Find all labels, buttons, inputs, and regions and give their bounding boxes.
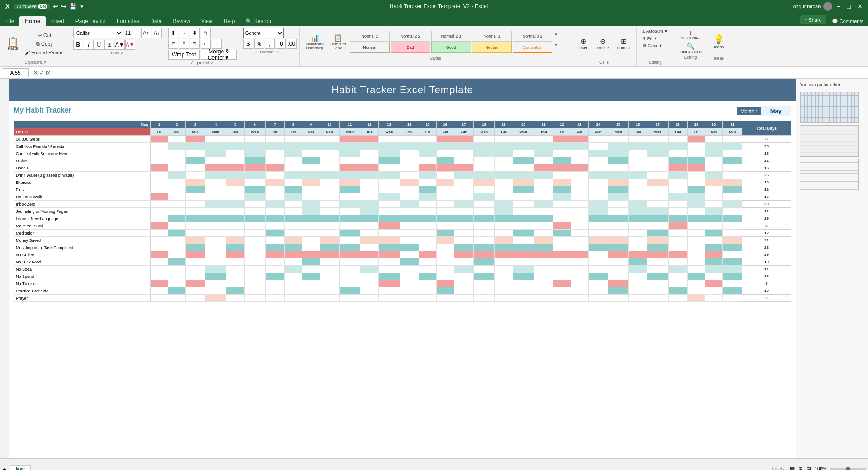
habit-cell[interactable] bbox=[722, 222, 742, 230]
habit-cell[interactable] bbox=[185, 208, 205, 215]
habit-cell[interactable] bbox=[340, 251, 360, 258]
habit-cell[interactable] bbox=[495, 164, 513, 172]
habit-cell[interactable] bbox=[571, 193, 588, 201]
habit-cell[interactable] bbox=[688, 193, 705, 201]
habit-cell[interactable] bbox=[608, 237, 629, 244]
habit-cell[interactable] bbox=[151, 280, 168, 287]
habit-cell[interactable] bbox=[320, 193, 339, 201]
habit-cell[interactable] bbox=[320, 222, 339, 230]
habit-cell[interactable] bbox=[454, 280, 473, 287]
comments-btn[interactable]: 💬 Comments bbox=[827, 17, 868, 26]
habit-cell[interactable] bbox=[454, 266, 473, 273]
view-layout-btn[interactable]: ⊞ bbox=[797, 466, 805, 470]
habit-cell[interactable] bbox=[608, 193, 629, 201]
habit-cell[interactable] bbox=[647, 266, 668, 273]
habit-cell[interactable] bbox=[534, 287, 553, 295]
habit-cell[interactable] bbox=[378, 280, 400, 287]
habit-cell[interactable] bbox=[495, 287, 513, 295]
sheet-tab-may[interactable]: May bbox=[10, 465, 30, 470]
habit-cell[interactable] bbox=[285, 186, 302, 193]
habit-cell[interactable] bbox=[419, 215, 437, 222]
habit-cell[interactable] bbox=[495, 193, 513, 201]
font-increase-btn[interactable]: A↑ bbox=[141, 28, 151, 38]
habit-cell[interactable] bbox=[688, 143, 705, 150]
habit-cell[interactable] bbox=[722, 186, 742, 193]
habit-cell[interactable] bbox=[168, 136, 186, 143]
habit-cell[interactable] bbox=[302, 179, 320, 186]
habit-cell[interactable] bbox=[553, 201, 571, 208]
habit-cell[interactable] bbox=[320, 273, 339, 280]
habit-cell[interactable] bbox=[553, 172, 571, 179]
align-bottom-button[interactable]: ⬇ bbox=[190, 28, 200, 38]
habit-cell[interactable] bbox=[205, 287, 226, 295]
habit-cell[interactable] bbox=[436, 179, 454, 186]
habit-cell[interactable] bbox=[608, 295, 629, 302]
habit-cell[interactable] bbox=[436, 258, 454, 266]
fill-color-button[interactable]: A▼ bbox=[115, 40, 125, 50]
habit-cell[interactable] bbox=[400, 179, 419, 186]
habit-cell[interactable] bbox=[668, 136, 687, 143]
habit-cell[interactable] bbox=[151, 150, 168, 157]
habit-cell[interactable] bbox=[378, 222, 400, 230]
habit-cell[interactable] bbox=[151, 201, 168, 208]
habit-cell[interactable] bbox=[151, 136, 168, 143]
habit-cell[interactable] bbox=[360, 186, 378, 193]
habit-cell[interactable] bbox=[151, 215, 168, 222]
habit-cell[interactable] bbox=[436, 222, 454, 230]
style-normal22[interactable]: Normal 2 2 bbox=[391, 31, 430, 42]
tab-formulas[interactable]: Formulas bbox=[111, 16, 145, 26]
habit-cell[interactable] bbox=[513, 295, 534, 302]
habit-cell[interactable] bbox=[400, 237, 419, 244]
habit-cell[interactable] bbox=[360, 287, 378, 295]
zoom-slider[interactable] bbox=[830, 468, 866, 470]
habit-cell[interactable] bbox=[378, 201, 400, 208]
habit-cell[interactable] bbox=[553, 273, 571, 280]
formula-input[interactable] bbox=[52, 68, 866, 77]
habit-cell[interactable] bbox=[302, 244, 320, 251]
habit-cell[interactable] bbox=[688, 295, 705, 302]
habit-cell[interactable] bbox=[360, 164, 378, 172]
habit-cell[interactable] bbox=[226, 150, 244, 157]
customize-icon[interactable]: ▼ bbox=[80, 4, 84, 9]
sort-filter-button[interactable]: ↕Sort & Filter bbox=[679, 28, 703, 41]
habit-cell[interactable] bbox=[185, 237, 205, 244]
habit-cell[interactable] bbox=[705, 143, 722, 150]
habit-cell[interactable] bbox=[688, 136, 705, 143]
habit-cell[interactable] bbox=[722, 273, 742, 280]
habit-cell[interactable] bbox=[513, 237, 534, 244]
merge-center-button[interactable]: Merge & Center▼ bbox=[201, 50, 237, 60]
habit-cell[interactable] bbox=[168, 295, 186, 302]
increase-decimal-btn[interactable]: .00 bbox=[287, 39, 297, 49]
habit-cell[interactable] bbox=[668, 266, 687, 273]
habit-cell[interactable] bbox=[419, 186, 437, 193]
habit-cell[interactable] bbox=[265, 172, 284, 179]
habit-cell[interactable] bbox=[151, 244, 168, 251]
habit-cell[interactable] bbox=[668, 295, 687, 302]
habit-cell[interactable] bbox=[320, 287, 339, 295]
habit-cell[interactable] bbox=[705, 136, 722, 143]
habit-cell[interactable] bbox=[360, 172, 378, 179]
tab-data[interactable]: Data bbox=[145, 16, 167, 26]
habit-cell[interactable] bbox=[705, 157, 722, 164]
habit-cell[interactable] bbox=[454, 287, 473, 295]
habit-cell[interactable] bbox=[419, 201, 437, 208]
habit-cell[interactable] bbox=[285, 237, 302, 244]
habit-cell[interactable] bbox=[608, 215, 629, 222]
tab-home[interactable]: Home bbox=[19, 16, 45, 26]
habit-cell[interactable] bbox=[629, 295, 647, 302]
habit-cell[interactable] bbox=[340, 172, 360, 179]
habit-cell[interactable] bbox=[608, 150, 629, 157]
habit-cell[interactable] bbox=[553, 157, 571, 164]
habit-cell[interactable] bbox=[419, 280, 437, 287]
habit-cell[interactable] bbox=[320, 150, 339, 157]
habit-cell[interactable] bbox=[705, 251, 722, 258]
habit-cell[interactable] bbox=[436, 287, 454, 295]
habit-cell[interactable] bbox=[647, 186, 668, 193]
habit-cell[interactable] bbox=[588, 201, 608, 208]
habit-cell[interactable] bbox=[647, 273, 668, 280]
habit-cell[interactable] bbox=[454, 157, 473, 164]
habit-cell[interactable] bbox=[705, 258, 722, 266]
habit-cell[interactable] bbox=[629, 186, 647, 193]
habit-cell[interactable] bbox=[185, 186, 205, 193]
habit-cell[interactable] bbox=[722, 237, 742, 244]
